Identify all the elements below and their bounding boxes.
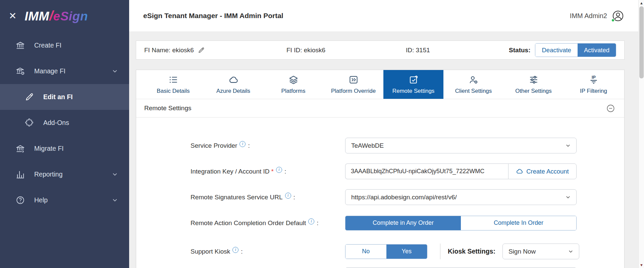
chevron-down-icon: [565, 143, 571, 148]
service-provider-select[interactable]: TeAWebDE: [345, 138, 577, 153]
scrollbar-thumb[interactable]: [639, 6, 644, 78]
tab-other-settings[interactable]: Other Settings: [503, 70, 564, 99]
service-provider-label: Service Provider i :: [191, 142, 345, 149]
status-label: Status:: [509, 47, 530, 54]
sliders-icon: [529, 75, 539, 85]
support-kiosk-no-option[interactable]: No: [345, 245, 386, 259]
tab-client-settings[interactable]: Client Settings: [443, 70, 503, 99]
user-menu[interactable]: IMM Admin2: [570, 10, 624, 22]
record-id: ID: 3151: [406, 47, 509, 54]
help-icon: [15, 195, 25, 205]
section-header: Remote Settings: [136, 99, 624, 118]
tab-azure-details[interactable]: Azure Details: [203, 70, 263, 99]
tab-platform-override[interactable]: Platform Override: [323, 70, 383, 99]
info-icon[interactable]: i: [276, 167, 282, 173]
chevron-down-icon: [111, 171, 118, 178]
puzzle-icon: [24, 118, 34, 128]
field-label-text: Integration Key / Account ID: [191, 168, 270, 175]
chevron-down-icon: [111, 68, 118, 75]
sidebar-item-add-ons[interactable]: Add-Ons: [0, 110, 129, 136]
sidebar-item-label: Manage FI: [34, 67, 65, 75]
sidebar-item-manage-fi[interactable]: Manage FI: [0, 58, 129, 84]
info-icon[interactable]: i: [239, 141, 246, 147]
status-toggle-group: Deactivate Activated: [535, 43, 616, 57]
required-asterisk: *: [271, 168, 274, 175]
fi-name-text: FI Name: ekiosk6: [144, 47, 194, 54]
sidebar-item-label: Help: [34, 196, 48, 204]
activated-button[interactable]: Activated: [578, 44, 616, 57]
field-label-text: Support Kiosk: [191, 248, 230, 255]
field-label-text: Remote Signatures Service URL: [191, 194, 283, 201]
select-value: TeAWebDE: [351, 142, 384, 149]
label-colon: :: [293, 194, 295, 201]
deactivate-button[interactable]: Deactivate: [535, 44, 577, 57]
tab-label: IP Filtering: [580, 88, 607, 94]
bank-gear-icon: [15, 66, 25, 76]
info-icon[interactable]: i: [285, 193, 291, 199]
document-pencil-icon: [409, 75, 419, 85]
sidebar-item-label: Reporting: [34, 171, 63, 178]
list-icon: [168, 75, 178, 85]
label-colon: :: [284, 168, 286, 175]
bank-arrow-icon: [15, 144, 25, 153]
create-account-button[interactable]: Create Account: [508, 163, 577, 179]
remote-url-label: Remote Signatures Service URL i :: [191, 194, 345, 201]
svg-text:IP: IP: [592, 75, 596, 79]
label-colon: :: [248, 142, 250, 149]
tab-remote-settings[interactable]: Remote Settings: [383, 70, 443, 99]
info-icon[interactable]: i: [232, 247, 238, 253]
collapse-section-icon[interactable]: [606, 104, 615, 113]
create-account-label: Create Account: [526, 168, 569, 175]
avatar-icon[interactable]: [612, 10, 624, 22]
edit-fi-name-icon[interactable]: [198, 47, 205, 54]
chevron-down-icon: [568, 249, 574, 254]
form-row-remote-url: Remote Signatures Service URL i : https:…: [191, 184, 624, 210]
sidebar: ✕ IMM/eSign Create FI Manage FI: [0, 0, 129, 268]
sidebar-header: ✕ IMM/eSign: [0, 0, 129, 32]
logo-imm-text: IMM: [24, 9, 49, 23]
logo-esign-text: eSign: [53, 9, 88, 23]
form-row-support-kiosk: Support Kiosk i : No Yes Kiosk Settings:…: [191, 239, 624, 264]
tab-label: Other Settings: [515, 88, 552, 94]
tab-platforms[interactable]: Platforms: [263, 70, 323, 99]
sidebar-item-reporting[interactable]: Reporting: [0, 161, 129, 187]
sidebar-item-migrate-fi[interactable]: Migrate FI: [0, 136, 129, 161]
remote-url-select[interactable]: https://api.adobesign.com/api/rest/v6/: [345, 189, 577, 205]
info-icon[interactable]: i: [308, 218, 314, 224]
completion-order-label: Remote Action Completion Order Default i…: [191, 219, 345, 227]
kiosk-settings-label: Kiosk Settings:: [448, 248, 495, 255]
tab-basic-details[interactable]: Basic Details: [143, 70, 203, 99]
scrollbar[interactable]: ▲ ▼: [638, 0, 644, 268]
scroll-down-arrow[interactable]: ▼: [639, 263, 644, 267]
user-name: IMM Admin2: [570, 12, 607, 20]
kiosk-settings-select[interactable]: Sign Now: [502, 244, 579, 259]
tab-label: Client Settings: [455, 88, 492, 94]
field-label-text: Remote Action Completion Order Default: [191, 219, 306, 227]
sidebar-item-create-fi[interactable]: Create FI: [0, 32, 129, 58]
complete-in-order-option[interactable]: Complete In Order: [461, 216, 576, 230]
ip-filter-icon: IP: [589, 75, 599, 85]
sidebar-item-help[interactable]: Help: [0, 187, 129, 213]
integration-key-input[interactable]: [345, 163, 508, 179]
logo-slash: /: [49, 8, 53, 23]
select-value: https://api.adobesign.com/api/rest/v6/: [351, 194, 457, 201]
field-label-text: Service Provider: [191, 142, 237, 149]
support-kiosk-yes-option[interactable]: Yes: [386, 245, 427, 259]
tab-ip-filtering[interactable]: IP IP Filtering: [564, 70, 624, 99]
tab-label: Platforms: [281, 88, 306, 94]
settings-panel: Basic Details Azure Details Platforms: [136, 70, 625, 268]
label-colon: :: [317, 219, 318, 227]
scroll-up-arrow[interactable]: ▲: [639, 1, 644, 5]
override-arrows-icon: [348, 75, 359, 85]
cloud-icon: [516, 168, 523, 175]
app-logo: IMM/eSign: [24, 8, 88, 24]
page-title: eSign Tenant Manager - IMM Admin Portal: [143, 12, 283, 20]
sidebar-item-edit-an-fi[interactable]: Edit an FI: [0, 84, 129, 110]
form-row-completion-order: Remote Action Completion Order Default i…: [191, 210, 624, 236]
tab-label: Azure Details: [216, 88, 250, 94]
sidebar-item-label: Add-Ons: [43, 119, 69, 127]
close-icon[interactable]: ✕: [9, 11, 16, 21]
fi-name: FI Name: ekiosk6: [144, 47, 286, 54]
complete-any-order-option[interactable]: Complete in Any Order: [345, 216, 461, 230]
form-row-service-provider: Service Provider i : TeAWebDE: [191, 133, 624, 158]
